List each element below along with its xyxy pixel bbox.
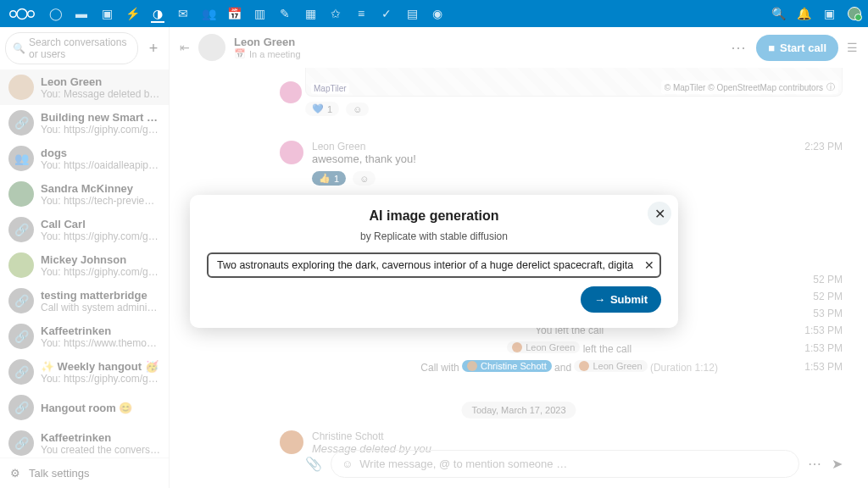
submit-button[interactable]: → Submit	[581, 286, 661, 313]
nav-photos-icon[interactable]: ▣	[100, 7, 114, 20]
nav-notes-icon[interactable]: ✎	[278, 7, 292, 20]
nav-talk-icon[interactable]: ◑	[151, 9, 164, 23]
nav-activity-icon[interactable]: ⚡	[125, 7, 139, 20]
prompt-input[interactable]	[207, 252, 661, 278]
close-button[interactable]: ✕	[648, 202, 671, 225]
nav-dashboard-icon[interactable]: ◯	[49, 7, 63, 20]
user-avatar[interactable]	[848, 7, 861, 20]
nav-maps-icon[interactable]: ◉	[431, 7, 444, 20]
nav-analytics-icon[interactable]: ▥	[253, 7, 266, 20]
modal-title: AI image generation	[207, 208, 661, 224]
nav-deck-icon[interactable]: ▦	[303, 7, 317, 20]
ai-image-modal: ✕ AI image generation by Replicate with …	[190, 195, 678, 328]
nav-mail-icon[interactable]: ✉	[176, 7, 190, 20]
nav-tasks-icon[interactable]: ≡	[354, 7, 368, 20]
topbar: ◯ ▬ ▣ ⚡ ◑ ✉ 👥 📅 ▥ ✎ ▦ ✩ ≡ ✓ ▤ ◉ 🔍 🔔 ▣	[0, 0, 868, 27]
arrow-right-icon: →	[594, 293, 605, 306]
app-logo[interactable]	[7, 5, 37, 22]
clear-input-icon[interactable]: ✕	[644, 258, 654, 272]
search-icon[interactable]: 🔍	[771, 7, 785, 20]
svg-point-2	[28, 10, 35, 17]
contacts-menu-icon[interactable]: ▣	[822, 7, 836, 20]
svg-point-1	[17, 8, 27, 19]
nav-check-icon[interactable]: ✓	[380, 7, 393, 20]
nav-tables-icon[interactable]: ▤	[405, 7, 419, 20]
nav-files-icon[interactable]: ▬	[75, 7, 88, 20]
nav-contacts-icon[interactable]: 👥	[202, 7, 215, 20]
svg-point-0	[10, 10, 17, 17]
notifications-icon[interactable]: 🔔	[797, 7, 810, 20]
nav-calendar-icon[interactable]: 📅	[227, 7, 241, 20]
nav-star-icon[interactable]: ✩	[329, 7, 342, 20]
modal-subtitle: by Replicate with stable diffusion	[207, 230, 661, 242]
